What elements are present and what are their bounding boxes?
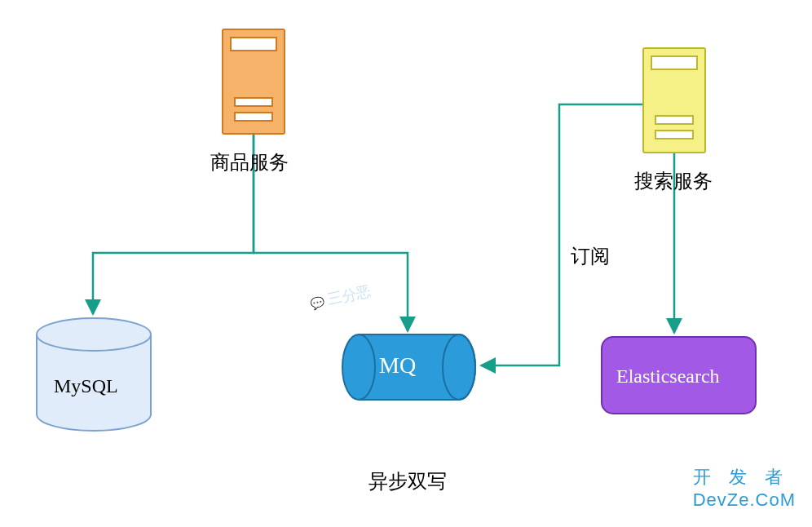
svg-rect-7 xyxy=(655,131,693,139)
diagram-canvas xyxy=(0,0,812,527)
svg-rect-6 xyxy=(655,116,693,124)
search-subscribe-mq-arrow xyxy=(481,104,642,365)
brand-bottom-text: DevZe.CoM xyxy=(693,489,796,511)
diagram-caption: 异步双写 xyxy=(368,468,447,494)
product-service-server xyxy=(223,29,285,134)
search-service-server xyxy=(643,48,705,153)
svg-rect-1 xyxy=(231,38,276,51)
svg-point-9 xyxy=(342,334,375,400)
svg-rect-5 xyxy=(651,56,697,69)
subscribe-label: 订阅 xyxy=(571,243,610,269)
mysql-node xyxy=(37,318,151,431)
elasticsearch-label: Elasticsearch xyxy=(616,365,720,388)
brand-top-text: 开 发 者 xyxy=(693,465,796,489)
svg-rect-2 xyxy=(235,98,272,106)
product-service-label: 商品服务 xyxy=(210,149,289,175)
search-service-label: 搜索服务 xyxy=(634,168,713,194)
mq-label: MQ xyxy=(379,352,416,379)
mysql-label: MySQL xyxy=(54,375,118,397)
brand-logo: 开 发 者 DevZe.CoM xyxy=(693,465,796,511)
svg-rect-3 xyxy=(235,113,272,121)
svg-point-8 xyxy=(37,318,151,351)
